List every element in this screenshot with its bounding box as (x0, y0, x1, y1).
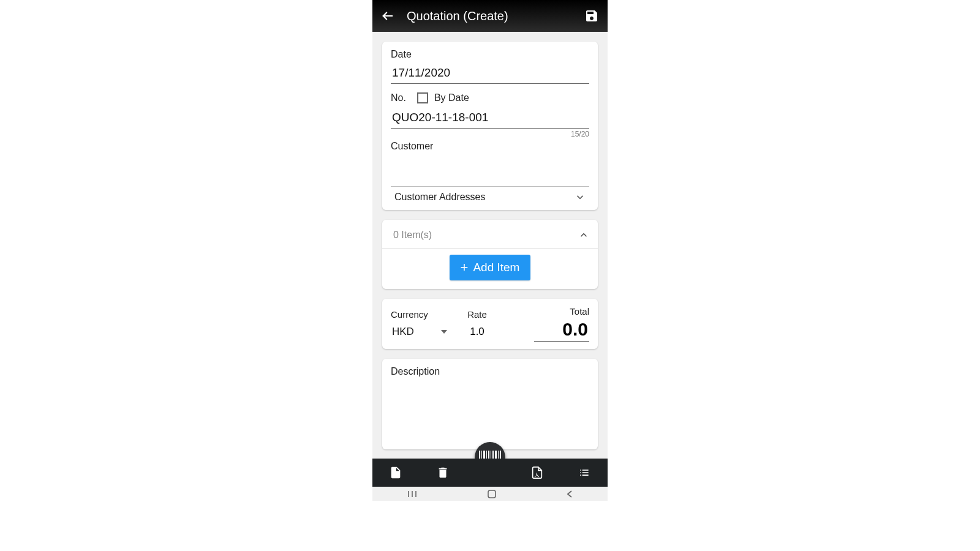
customer-addresses-expander[interactable]: Customer Addresses (391, 187, 589, 203)
trash-icon (436, 465, 450, 481)
number-input[interactable] (391, 107, 589, 129)
app-bar: Quotation (Create) (372, 0, 608, 32)
date-input[interactable] (391, 62, 589, 84)
chevron-down-icon (575, 192, 586, 203)
chevron-up-icon[interactable] (578, 230, 589, 241)
add-item-button[interactable]: + Add Item (450, 255, 531, 280)
arrow-left-icon (381, 9, 394, 23)
home-button[interactable] (487, 489, 497, 499)
number-label: No. (391, 92, 406, 103)
divider (382, 248, 598, 249)
page-title: Quotation (Create) (407, 9, 583, 23)
svg-marker-1 (441, 330, 447, 334)
currency-select[interactable]: HKD (391, 322, 448, 342)
home-icon (487, 489, 497, 499)
date-label: Date (391, 49, 589, 60)
by-date-label: By Date (434, 92, 469, 103)
total-value: 0.0 (534, 319, 589, 342)
save-icon (584, 9, 599, 23)
items-card: 0 Item(s) + Add Item (382, 220, 598, 289)
currency-label: Currency (391, 309, 448, 320)
app-screen: Quotation (Create) Date No. By Date 15/2… (372, 0, 608, 501)
new-document-button[interactable] (372, 459, 420, 487)
pdf-icon: 人 (530, 465, 544, 481)
totals-card: Currency HKD Rate Total 0.0 (382, 299, 598, 349)
total-label: Total (570, 306, 589, 317)
save-button[interactable] (583, 7, 600, 24)
svg-rect-6 (488, 490, 496, 498)
customer-addresses-label: Customer Addresses (394, 192, 486, 203)
items-count-label: 0 Item(s) (393, 230, 432, 241)
rate-input[interactable] (456, 322, 499, 342)
number-char-counter: 15/20 (391, 130, 589, 138)
toolbar-center-spacer (467, 459, 514, 487)
recents-button[interactable] (407, 490, 418, 498)
list-icon (577, 467, 592, 479)
form-scroll[interactable]: Date No. By Date 15/20 Customer Customer… (372, 32, 608, 473)
plus-icon: + (461, 261, 469, 274)
recents-icon (407, 490, 418, 498)
system-back-button[interactable] (566, 490, 573, 498)
dropdown-icon (441, 329, 447, 335)
description-input[interactable] (391, 380, 589, 422)
svg-text:人: 人 (534, 472, 540, 478)
currency-value: HKD (392, 326, 414, 338)
customer-label: Customer (391, 141, 589, 152)
add-item-label: Add Item (473, 261, 519, 274)
list-button[interactable] (560, 459, 608, 487)
export-pdf-button[interactable]: 人 (513, 459, 560, 487)
rate-label: Rate (467, 309, 487, 320)
description-card: Description (382, 359, 598, 449)
back-button[interactable] (380, 8, 396, 24)
description-label: Description (391, 366, 589, 377)
delete-button[interactable] (420, 459, 467, 487)
back-chevron-icon (566, 490, 573, 498)
by-date-checkbox[interactable] (417, 92, 428, 103)
bottom-toolbar: 人 (372, 459, 608, 487)
quotation-details-card: Date No. By Date 15/20 Customer Customer… (382, 42, 598, 210)
customer-input[interactable] (391, 165, 589, 187)
document-icon (389, 465, 402, 481)
system-nav-bar (372, 487, 608, 501)
